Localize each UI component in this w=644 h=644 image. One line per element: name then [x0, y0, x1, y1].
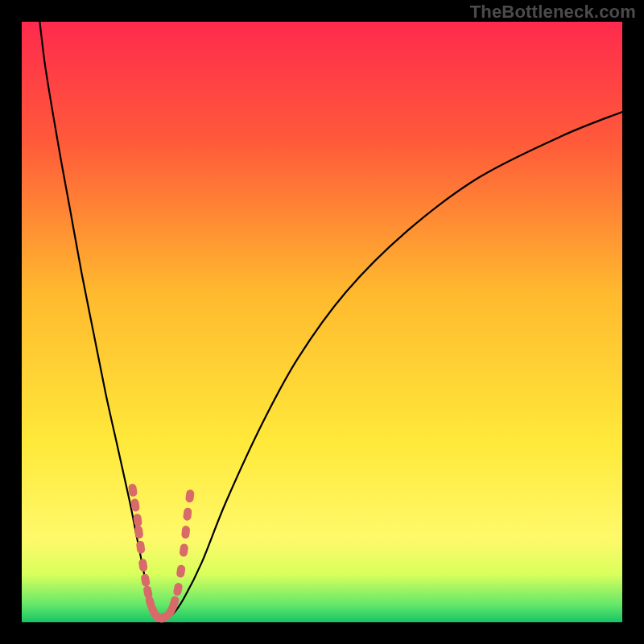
marker-point [179, 543, 188, 557]
chart-canvas [22, 22, 622, 622]
marker-group [128, 483, 195, 624]
marker-point [181, 526, 191, 539]
bottleneck-curve [39, 22, 622, 619]
marker-point [134, 526, 144, 539]
marker-point [185, 489, 195, 503]
marker-point [128, 483, 138, 497]
marker-point [138, 558, 148, 572]
marker-point [136, 540, 146, 554]
marker-point [176, 564, 186, 578]
marker-point [140, 573, 151, 588]
marker-point [172, 582, 183, 597]
watermark-text: TheBottleneck.com [470, 2, 636, 23]
chart-frame: TheBottleneck.com [0, 0, 644, 644]
marker-point [183, 507, 192, 521]
